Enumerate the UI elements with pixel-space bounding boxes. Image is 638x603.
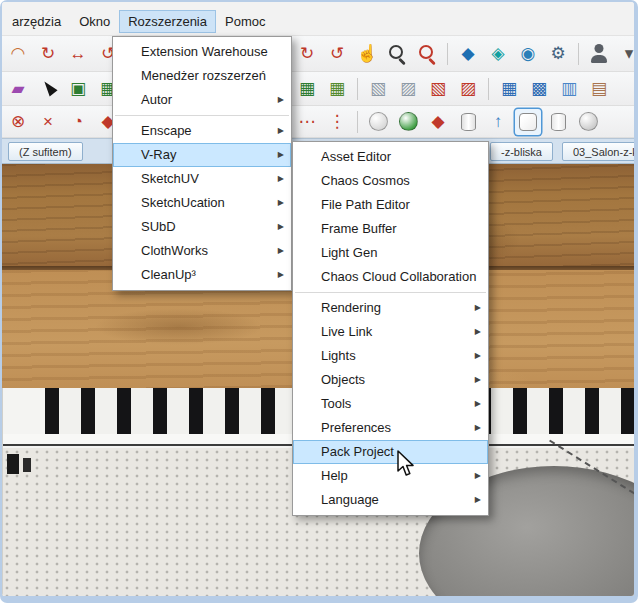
menu-item-sketchucation[interactable]: SketchUcation xyxy=(113,191,291,215)
menu-item-live-link[interactable]: Live Link xyxy=(293,320,488,344)
app-area: arzędzia Okno Rozszerzenia Pomoc ◠↻↔↺ ↻↺… xyxy=(2,2,634,596)
menu-item-light-gen[interactable]: Light Gen xyxy=(293,241,488,265)
vray-interactive-render-icon[interactable]: ◈ xyxy=(485,41,511,67)
make-component-icon[interactable]: ▣ xyxy=(65,76,91,102)
move-tool-icon[interactable]: ↔ xyxy=(65,41,91,67)
dimensions-tool-icon[interactable]: × xyxy=(35,109,61,135)
menubar-item-pomoc[interactable]: Pomoc xyxy=(217,11,273,32)
zoom-extents-icon[interactable] xyxy=(414,41,440,67)
style-shaded-icon[interactable]: ▦ xyxy=(496,76,522,102)
style-xray-icon[interactable]: ▧ xyxy=(365,76,391,102)
vray-proxy-object-icon[interactable]: ◆ xyxy=(425,109,451,135)
menu-item-clothworks[interactable]: ClothWorks xyxy=(113,239,291,263)
vray-sphere-object-icon[interactable] xyxy=(365,109,391,135)
style-back-edges-icon[interactable]: ▨ xyxy=(395,76,421,102)
toolbar-separator xyxy=(447,43,448,65)
scene-tab-z-sufitem[interactable]: (Z sufitem) xyxy=(8,142,83,161)
edge-endpoints-style-icon[interactable]: ⋯ xyxy=(294,109,320,135)
menu-item-frame-buffer[interactable]: Frame Buffer xyxy=(293,217,488,241)
vray-asset-editor-icon[interactable]: ◆ xyxy=(455,41,481,67)
scenes-update-icon[interactable]: ▦ xyxy=(324,76,350,102)
vray-mesh-light-icon[interactable] xyxy=(575,109,601,135)
followme-tool-icon[interactable]: ↻ xyxy=(35,41,61,67)
vray-cup-object-icon[interactable] xyxy=(455,109,481,135)
menu-item-menedzer-rozszerzen[interactable]: Menedżer rozszerzeń xyxy=(113,64,291,88)
menu-item-lights[interactable]: Lights xyxy=(293,344,488,368)
look-around-tool-icon[interactable]: ↺ xyxy=(324,41,350,67)
menu-item-chaos-cloud-collaboration[interactable]: Chaos Cloud Collaboration xyxy=(293,265,488,289)
style-hidden-line-icon[interactable]: ▨ xyxy=(455,76,481,102)
toolbar-row-1: ◠↻↔↺ ↻↺☝◆◈◉⚙▾ xyxy=(2,36,634,72)
vray-dome-light-icon[interactable] xyxy=(395,109,421,135)
toolbar-separator xyxy=(357,78,358,100)
menu-item-file-path-editor[interactable]: File Path Editor xyxy=(293,193,488,217)
elevation-block xyxy=(7,454,19,474)
menu-item-pack-project[interactable]: Pack Project xyxy=(293,440,488,464)
edge-extensions-style-icon[interactable]: ⋮ xyxy=(324,109,350,135)
style-monochrome-icon[interactable]: ▥ xyxy=(556,76,582,102)
menu-item-language[interactable]: Language xyxy=(293,488,488,512)
menu-item-subd[interactable]: SUbD xyxy=(113,215,291,239)
menubar-item-narzedzia[interactable]: arzędzia xyxy=(4,11,69,32)
account-menu-chevron-icon[interactable]: ▾ xyxy=(616,41,634,67)
menu-item-tools[interactable]: Tools xyxy=(293,392,488,416)
menu-item-preferences[interactable]: Preferences xyxy=(293,416,488,440)
toolbar-separator xyxy=(357,111,358,133)
menu-item-help[interactable]: Help xyxy=(293,464,488,488)
scene-tab-z-bliska[interactable]: -z-bliska xyxy=(490,142,553,161)
vray-submenu: Asset Editor Chaos Cosmos File Path Edit… xyxy=(292,141,489,516)
menu-item-enscape[interactable]: Enscape xyxy=(113,119,291,143)
menu-item-sketchuv[interactable]: SketchUV xyxy=(113,167,291,191)
menu-item-extension-warehouse[interactable]: Extension Warehouse xyxy=(113,40,291,64)
menu-item-objects[interactable]: Objects xyxy=(293,368,488,392)
protractor-tool-icon[interactable]: ◔ xyxy=(65,109,91,135)
style-textured-icon[interactable]: ▩ xyxy=(526,76,552,102)
menu-item-rendering[interactable]: Rendering xyxy=(293,296,488,320)
menu-item-v-ray[interactable]: V-Ray xyxy=(113,143,291,167)
vray-decal-tool-icon[interactable] xyxy=(515,109,541,135)
offset-tool-icon[interactable]: ◠ xyxy=(5,41,31,67)
zoom-tool-icon[interactable] xyxy=(384,41,410,67)
section-plane-icon[interactable]: ▰ xyxy=(5,76,31,102)
menubar: arzędzia Okno Rozszerzenia Pomoc xyxy=(2,2,634,36)
vray-batch-render-icon[interactable]: ◉ xyxy=(515,41,541,67)
toolbar-separator xyxy=(488,78,489,100)
toolbar-separator xyxy=(578,43,579,65)
pan-tool-icon[interactable]: ☝ xyxy=(354,41,380,67)
elevation-block xyxy=(23,458,31,472)
toolbar-row-2: ▰▣▦ ▦▦▧▨▧▨▦▩▥▤ xyxy=(2,72,634,106)
style-wireframe-icon[interactable]: ▧ xyxy=(425,76,451,102)
toolbar-row-3: ⊗×◔◆ ⋯⋮◆↑ xyxy=(2,106,634,138)
menu-separator xyxy=(295,292,486,293)
menu-item-chaos-cosmos[interactable]: Chaos Cosmos xyxy=(293,169,488,193)
signin-account-icon[interactable] xyxy=(586,41,612,67)
menu-item-cleanup[interactable]: CleanUp³ xyxy=(113,263,291,287)
extensions-menu: Extension Warehouse Menedżer rozszerzeń … xyxy=(112,36,292,291)
style-material-icon[interactable]: ▤ xyxy=(586,76,612,102)
axes-tool-icon[interactable]: ⊗ xyxy=(5,109,31,135)
vray-cylinder-object-icon[interactable] xyxy=(545,109,571,135)
menu-item-autor[interactable]: Autor xyxy=(113,88,291,112)
mouse-cursor xyxy=(396,450,415,477)
scenes-add-icon[interactable]: ▦ xyxy=(294,76,320,102)
menu-item-asset-editor[interactable]: Asset Editor xyxy=(293,145,488,169)
vray-settings-icon[interactable]: ⚙ xyxy=(545,41,571,67)
vray-elevation-icon[interactable]: ↑ xyxy=(485,109,511,135)
menubar-item-rozszerzenia[interactable]: Rozszerzenia xyxy=(120,11,215,32)
sketchup-window: arzędzia Okno Rozszerzenia Pomoc ◠↻↔↺ ↻↺… xyxy=(0,0,638,603)
scene-tab-03-salon[interactable]: 03_Salon-z-k xyxy=(562,142,634,161)
menubar-item-okno[interactable]: Okno xyxy=(71,11,118,32)
menu-separator xyxy=(115,115,289,116)
select-tool-icon[interactable] xyxy=(35,76,61,102)
orbit-tool-icon[interactable]: ↻ xyxy=(294,41,320,67)
